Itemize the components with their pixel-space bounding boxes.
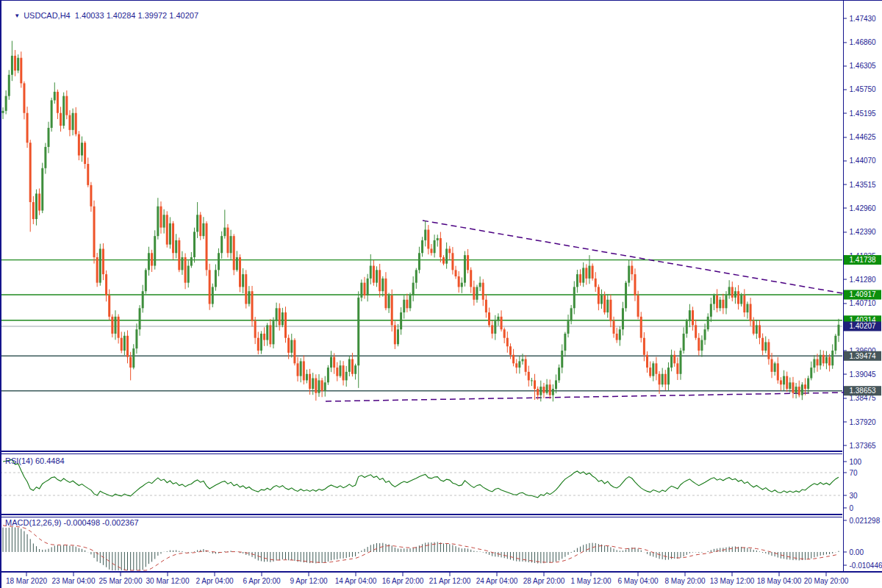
candle-body	[731, 287, 734, 297]
candle-body	[634, 274, 636, 295]
candle-body	[476, 287, 478, 299]
candle-body	[254, 321, 257, 338]
candle-body	[497, 317, 499, 321]
candle-body	[643, 338, 645, 355]
price-axis-label: 1.45195	[850, 110, 877, 118]
candle-body	[178, 240, 180, 270]
candle-body	[555, 380, 557, 389]
candle-body	[737, 291, 739, 304]
candle-body	[181, 257, 183, 270]
indicator-scale-label: 0.021298	[850, 517, 881, 525]
candle-body	[628, 266, 630, 283]
candle-body	[434, 240, 436, 253]
candle-body	[659, 374, 661, 384]
candle-body	[825, 357, 828, 364]
candle-body	[35, 193, 37, 219]
level-price-box-label: 1.41738	[849, 256, 876, 264]
candle-body	[750, 304, 752, 321]
chart-title-bar: ▼USDCAD,H4 1.40033 1.40284 1.39972 1.402…	[5, 1, 198, 31]
candle-body	[418, 253, 420, 270]
macd-signal-line	[3, 526, 839, 570]
candle-body	[72, 113, 74, 130]
candle-body	[196, 215, 198, 232]
price-axis-label: 1.37365	[850, 442, 877, 450]
candle-body	[798, 387, 800, 395]
candle-body	[381, 279, 384, 291]
rsi-line	[3, 459, 839, 497]
candle-body	[546, 384, 548, 393]
symbol-dropdown-icon[interactable]: ▼	[14, 12, 20, 19]
candle-body	[17, 58, 19, 71]
symbol-title: USDCAD,H4 1.40033 1.40284 1.39972 1.4020…	[24, 11, 198, 20]
candle-body	[321, 380, 323, 390]
candle-body	[722, 300, 724, 309]
candle-body	[598, 287, 600, 304]
candle-body	[215, 270, 217, 287]
candle-body	[528, 372, 530, 381]
chart-window: 1.474301.468601.463051.457501.451951.446…	[0, 0, 882, 588]
candle-body	[728, 287, 731, 295]
price-axis-label: 1.47430	[850, 15, 877, 23]
candle-body	[445, 248, 448, 263]
candle-body	[111, 317, 113, 334]
candle-body	[290, 340, 293, 353]
candle-body	[276, 308, 278, 320]
candle-body	[649, 368, 651, 376]
time-axis-label: 21 Apr 12:00	[429, 577, 471, 585]
candle-body	[695, 325, 697, 337]
candle-body	[163, 215, 165, 227]
candle-body	[409, 295, 412, 308]
candle-body	[206, 223, 208, 270]
candle-body	[157, 207, 159, 236]
candle-body	[421, 240, 423, 253]
candle-body	[820, 355, 822, 365]
candle-body	[218, 253, 220, 270]
price-axis-label: 1.42390	[850, 228, 877, 236]
price-chart-canvas[interactable]: 1.474301.468601.463051.457501.451951.446…	[0, 0, 882, 588]
rsi-pane	[0, 459, 842, 497]
candle-body	[828, 357, 831, 366]
candle-body	[746, 304, 748, 313]
candle-body	[792, 382, 794, 392]
candle-body	[837, 325, 839, 336]
candle-body	[2, 111, 4, 113]
candle-body	[467, 255, 469, 270]
price-axis-label: 1.39045	[850, 370, 877, 379]
macd-indicator-label: MACD(12,26,9) -0.000498 -0.002367	[5, 518, 139, 528]
price-axis-label: 1.37920	[850, 418, 877, 426]
candle-body	[822, 355, 825, 364]
time-axis-label: 1 May 12:00	[570, 577, 611, 585]
candle-body	[65, 96, 68, 115]
candle-body	[485, 300, 487, 312]
candle-body	[479, 283, 481, 287]
candle-body	[68, 115, 71, 130]
time-axis-label: 9 Apr 12:00	[290, 577, 328, 585]
candle-body	[582, 268, 584, 282]
candle-body	[151, 253, 153, 265]
candle-body	[199, 215, 201, 236]
indicator-scale-label: 0.00	[850, 548, 864, 556]
candle-body	[679, 351, 681, 374]
price-axis-label: 1.44625	[850, 133, 877, 141]
candle-body	[257, 338, 259, 351]
candle-body	[652, 363, 654, 376]
candle-body	[676, 363, 678, 373]
candle-body	[81, 143, 83, 155]
candle-body	[783, 376, 785, 385]
candle-body	[212, 287, 214, 304]
candle-body	[324, 382, 326, 391]
candle-body	[637, 295, 639, 317]
candle-body	[789, 382, 791, 389]
candle-body	[75, 113, 77, 135]
candle-body	[154, 236, 156, 265]
time-axis[interactable]: 18 Mar 202023 Mar 04:0025 Mar 20:0030 Ma…	[6, 573, 849, 585]
price-axis-label: 1.45750	[850, 85, 877, 93]
candle-body	[700, 340, 703, 351]
candle-body	[743, 295, 745, 312]
level-price-box-label: 1.40917	[849, 290, 876, 298]
candle-body	[339, 365, 341, 376]
candle-body	[473, 287, 475, 299]
candle-body	[786, 376, 788, 389]
candle-body	[357, 298, 359, 365]
trendline-2[interactable]	[326, 392, 847, 401]
